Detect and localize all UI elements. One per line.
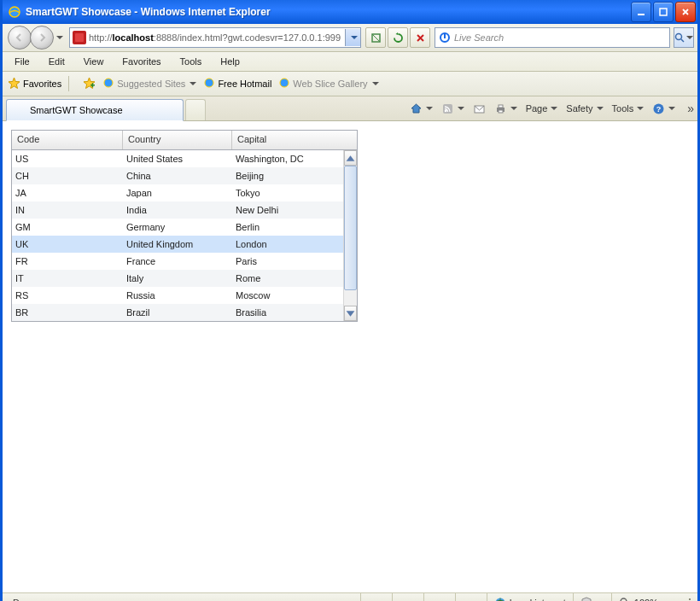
table-row[interactable]: JAJapanTokyo [12,184,343,201]
web-slice-link[interactable]: Web Slice Gallery [278,77,378,90]
help-button[interactable]: ? [652,102,675,115]
read-mail-button[interactable] [473,102,486,115]
nav-history-dropdown[interactable] [54,34,64,41]
stop-button[interactable] [410,27,430,48]
search-box[interactable]: Live Search [435,27,670,48]
cell-country: India [123,205,232,215]
cell-capital: Tokyo [232,188,343,198]
svg-rect-12 [443,104,452,114]
header-code[interactable]: Code [12,131,123,149]
protected-mode-button[interactable] [573,593,611,601]
country-grid: Code Country Capital USUnited StatesWash… [11,130,358,322]
header-country[interactable]: Country [123,131,232,149]
cell-capital: New Delhi [232,205,343,215]
address-dropdown[interactable] [345,29,360,46]
cell-capital: London [232,239,343,249]
favorites-button[interactable]: Favorites [8,77,61,91]
home-button[interactable] [410,102,433,115]
site-icon [73,31,86,44]
cell-code: BR [12,307,123,318]
scroll-down-button[interactable] [344,306,357,321]
address-bar[interactable]: http://localhost:8888/index.html?gwt.cod… [69,27,361,48]
free-hotmail-link[interactable]: Free Hotmail [203,77,271,90]
cell-country: Italy [123,273,232,283]
favorites-bar: Favorites Suggested Sites Free Hotmail W… [3,72,697,96]
overflow-button[interactable]: » [687,102,694,115]
tools-menu[interactable]: Tools [612,103,645,114]
command-bar: Page Safety Tools ? » [410,102,694,115]
close-button[interactable] [675,2,696,22]
add-favorite-button[interactable] [83,77,96,91]
table-row[interactable]: RSRussiaMoscow [12,287,343,304]
titlebar[interactable]: SmartGWT Showcase - Windows Internet Exp… [3,0,697,24]
tab-favicon [14,104,26,116]
address-text: http://localhost:8888/index.html?gwt.cod… [89,32,345,43]
cell-code: JA [12,188,123,198]
menu-edit[interactable]: Edit [40,55,73,68]
table-row[interactable]: UKUnited KingdomLondon [12,236,343,253]
status-seg [392,593,423,601]
table-row[interactable]: CHChinaBeijing [12,167,343,184]
header-capital[interactable]: Capital [232,131,357,149]
menu-favorites[interactable]: Favorites [114,55,169,68]
cell-country: Germany [123,222,232,232]
tab-active[interactable]: SmartGWT Showcase [6,99,184,121]
status-seg [455,593,487,601]
zoom-icon [619,597,631,601]
svg-point-10 [205,79,213,87]
scroll-track[interactable] [344,166,357,306]
feeds-button[interactable] [441,102,464,115]
grid-scrollbar[interactable] [343,150,357,321]
grid-body: USUnited StatesWashington, DCCHChinaBeij… [12,150,357,321]
cell-code: FR [12,256,123,266]
scroll-up-button[interactable] [344,150,357,166]
grid-header: Code Country Capital [12,131,357,150]
cell-code: UK [12,239,123,249]
page-menu[interactable]: Page [526,103,558,114]
minimize-button[interactable] [631,2,651,22]
cell-code: CH [12,171,123,181]
suggested-sites-link[interactable]: Suggested Sites [102,77,196,90]
svg-rect-8 [92,83,94,87]
nav-toolbar: http://localhost:8888/index.html?gwt.cod… [3,24,697,52]
compat-view-button[interactable] [365,27,386,48]
cell-country: Russia [123,290,232,300]
menu-file[interactable]: File [6,55,38,68]
status-text: Done [8,598,360,601]
zoom-control[interactable]: 100% [611,593,677,601]
refresh-button[interactable] [388,27,408,48]
table-row[interactable]: ITItalyRome [12,270,343,287]
cell-capital: Moscow [232,290,343,300]
search-placeholder: Live Search [454,32,504,43]
menu-tools[interactable]: Tools [172,55,211,68]
resize-grip[interactable] [680,597,692,601]
cell-capital: Berlin [232,222,343,232]
table-row[interactable]: GMGermanyBerlin [12,219,343,236]
table-row[interactable]: INIndiaNew Delhi [12,201,343,219]
table-row[interactable]: FRFranceParis [12,253,343,270]
maximize-button[interactable] [653,2,674,22]
cell-code: IT [12,273,123,283]
scroll-thumb[interactable] [344,166,357,290]
menu-view[interactable]: View [75,55,113,68]
search-go-button[interactable] [674,27,694,48]
new-tab-button[interactable] [185,99,206,120]
forward-button[interactable] [30,26,54,50]
print-button[interactable] [494,102,517,115]
back-button[interactable] [8,26,32,50]
ie-icon [8,5,21,19]
cell-country: Japan [123,188,232,198]
svg-rect-2 [660,9,667,15]
star-icon [8,77,20,91]
status-zone[interactable]: Local intranet [487,593,573,601]
svg-text:?: ? [656,105,662,114]
cell-country: China [123,171,232,181]
status-seg [360,593,392,601]
table-row[interactable]: USUnited StatesWashington, DC [12,150,343,167]
menu-help[interactable]: Help [212,55,248,68]
safety-menu[interactable]: Safety [566,103,603,114]
separator [68,76,76,91]
cell-capital: Rome [232,273,343,283]
svg-point-9 [104,79,113,87]
table-row[interactable]: BRBrazilBrasilia [12,304,343,321]
